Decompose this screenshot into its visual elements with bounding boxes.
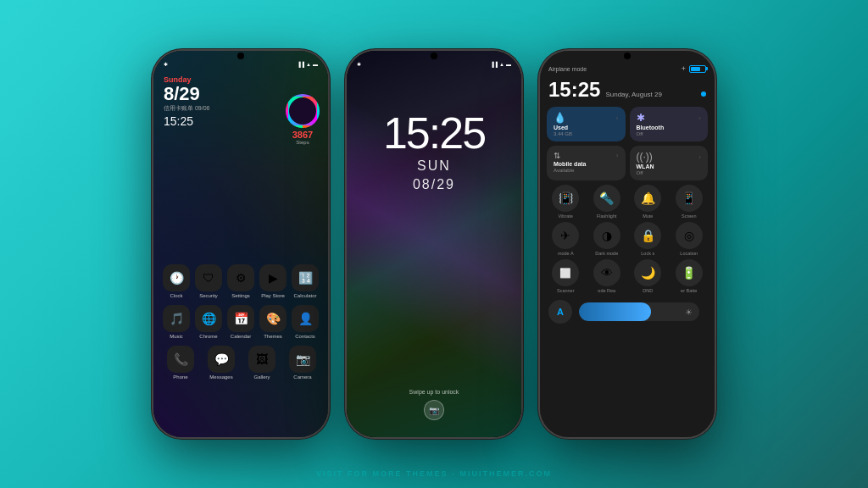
lock-time-display: 15:25 SUN 08/29 xyxy=(347,69,521,192)
screen-icon: 📱 xyxy=(676,185,703,212)
steps-circle xyxy=(286,94,320,128)
lock-day: SUN xyxy=(347,158,521,174)
ctrl-time-row: 15:25 Sunday, August 29 xyxy=(540,76,715,107)
calendar-label: Calendar xyxy=(231,334,251,339)
scanner-label: Scanner xyxy=(557,288,575,293)
ctrl-brightness-bar[interactable]: ☀ xyxy=(579,302,699,321)
ctrl-mute-btn[interactable]: 🔔 Mute xyxy=(629,185,667,219)
playstore-icon: ▶ xyxy=(259,264,287,291)
ctrl-tiles-grid: 💧 › Used 3.44 GB ✱ › Bluetooth Off xyxy=(540,107,715,180)
ctrl-auto-btn[interactable]: A xyxy=(548,300,572,324)
app-messages[interactable]: 💬 Messages xyxy=(208,346,235,380)
bluetooth-status: Off xyxy=(637,131,702,136)
lock-camera-button[interactable]: 📷 xyxy=(424,400,444,420)
mute-label: Mute xyxy=(643,214,653,219)
app-security[interactable]: 🛡 Security xyxy=(195,264,222,298)
bluetooth-icon: ✱ xyxy=(637,112,645,124)
ctrl-vibrate-btn[interactable]: 📳 Vibrate xyxy=(547,185,585,219)
status-icons: ▐▐ ▲ ▬ xyxy=(298,62,318,67)
mute-icon: 🔔 xyxy=(634,185,661,212)
app-clock[interactable]: 🕐 Clock xyxy=(163,264,190,298)
location-label: Location xyxy=(680,251,698,256)
airplane-label: mode A xyxy=(558,251,574,256)
vibrate-label: Vibrate xyxy=(559,214,573,219)
steps-number: 3867 xyxy=(286,130,320,140)
ctrl-screen-btn[interactable]: 📱 Screen xyxy=(670,185,709,219)
app-chrome[interactable]: 🌐 Chrome xyxy=(195,305,222,339)
ctrl-tile-mobile-data[interactable]: ⇅ › Mobile data Available xyxy=(547,146,626,180)
app-calculator[interactable]: 🔢 Calculator xyxy=(292,264,319,298)
ctrl-bottom-row: A ☀ xyxy=(540,297,715,327)
chrome-icon: 🌐 xyxy=(195,305,222,332)
lock-bluetooth-icon: ✱ xyxy=(357,61,361,67)
app-playstore[interactable]: ▶ Play Store xyxy=(259,264,287,298)
playstore-label: Play Store xyxy=(261,293,285,298)
ctrl-dnd-btn[interactable]: 🌙 DND xyxy=(629,259,667,293)
ctrl-tile-wlan[interactable]: ((·)) › WLAN Off xyxy=(630,146,709,180)
app-camera[interactable]: 📷 Camera xyxy=(289,346,316,380)
messages-icon: 💬 xyxy=(208,346,235,373)
mobile-data-title: Mobile data xyxy=(554,161,619,167)
ctrl-flashlight-btn[interactable]: 🔦 Flashlight xyxy=(588,185,626,219)
app-grid: 🕐 Clock 🛡 Security ⚙ Settings ▶ xyxy=(153,264,328,386)
app-phone[interactable]: 📞 Phone xyxy=(167,346,194,380)
lock-signal-icon: ▐▐ xyxy=(491,62,498,67)
ctrl-tile-bluetooth-top: ✱ › xyxy=(637,112,702,124)
calculator-label: Calculator xyxy=(293,293,316,298)
ctrl-tile-storage[interactable]: 💧 › Used 3.44 GB xyxy=(547,107,626,141)
app-contacts[interactable]: 👤 Contacts xyxy=(292,305,319,339)
ctrl-airplane-btn[interactable]: ✈ mode A xyxy=(547,222,585,256)
clock-label: Clock xyxy=(170,293,182,298)
ctrl-battery-indicator xyxy=(689,65,706,73)
ctrl-darkmode-btn[interactable]: ◑ Dark mode xyxy=(588,222,626,256)
ctrl-scanner-btn[interactable]: ⬜ Scanner xyxy=(547,259,585,293)
storage-arrow: › xyxy=(616,114,619,122)
app-row-2: 🎵 Music 🌐 Chrome 📅 Calendar 🎨 xyxy=(160,305,321,339)
battery-icon: ▬ xyxy=(313,62,318,67)
lockscreen-icon: 🔒 xyxy=(634,222,661,249)
swipe-hint-text: Swipe up to unlock xyxy=(409,389,459,395)
app-row-3: 📞 Phone 💬 Messages 🖼 Gallery 📷 xyxy=(160,346,321,380)
app-music[interactable]: 🎵 Music xyxy=(163,305,190,339)
ctrl-battery-btn[interactable]: 🔋 er Batte xyxy=(670,259,709,293)
reader-label: ode Rea xyxy=(598,288,615,293)
lock-bottom-controls: Swipe up to unlock 📷 xyxy=(347,389,521,420)
app-settings[interactable]: ⚙ Settings xyxy=(227,264,254,298)
control-center-bg: Airplane mode + 15:25 Sunday, August 29 xyxy=(540,51,715,437)
phone1: ✱ ▐▐ ▲ ▬ Sunday 8/29 信用卡账单 09/06 15:25 xyxy=(152,49,330,439)
calendar-icon: 📅 xyxy=(227,305,254,332)
ctrl-date: Sunday, August 29 xyxy=(605,91,662,98)
ctrl-time: 15:25 xyxy=(548,78,600,102)
signal-icon: ▐▐ xyxy=(298,62,305,67)
lockscreen-label: Lock s xyxy=(641,251,654,256)
ctrl-tile-bluetooth[interactable]: ✱ › Bluetooth Off xyxy=(630,107,709,141)
phone1-notch xyxy=(153,51,328,58)
ctrl-add-icon[interactable]: + xyxy=(682,64,686,73)
phone1-screen: ✱ ▐▐ ▲ ▬ Sunday 8/29 信用卡账单 09/06 15:25 xyxy=(153,51,328,437)
lock-status-icons: ▐▐ ▲ ▬ xyxy=(491,62,511,67)
app-calendar[interactable]: 📅 Calendar xyxy=(227,305,254,339)
messages-label: Messages xyxy=(209,374,232,380)
themes-icon: 🎨 xyxy=(259,305,287,332)
mobile-data-icon: ⇅ xyxy=(554,151,560,160)
camera-icon: 📷 xyxy=(289,346,316,373)
ctrl-header: Airplane mode + xyxy=(540,58,715,76)
screen-label: Screen xyxy=(682,214,696,219)
ctrl-reader-btn[interactable]: 👁 ode Rea xyxy=(588,259,626,293)
contacts-icon: 👤 xyxy=(292,305,319,332)
app-themes[interactable]: 🎨 Themes xyxy=(259,305,287,339)
ctrl-lockscreen-btn[interactable]: 🔒 Lock s xyxy=(629,222,667,256)
storage-value: 3.44 GB xyxy=(554,131,619,136)
lock-date: 08/29 xyxy=(347,177,521,192)
app-gallery[interactable]: 🖼 Gallery xyxy=(248,346,275,380)
ctrl-info-dot xyxy=(701,92,706,97)
ctrl-location-btn[interactable]: ◎ Location xyxy=(670,222,709,256)
ctrl-tile-mobile-top: ⇅ › xyxy=(554,151,619,160)
brightness-sun-icon: ☀ xyxy=(685,308,693,317)
phone-icon: 📞 xyxy=(167,346,194,373)
mobile-data-status: Available xyxy=(554,168,619,173)
phone2-wrapper: ✱ ▐▐ ▲ ▬ 15:25 SUN 08/29 Swipe up to unl… xyxy=(345,49,523,439)
wlan-arrow: › xyxy=(698,153,701,161)
home-widget: Sunday 8/29 信用卡账单 09/06 15:25 3867 Steps xyxy=(153,69,328,131)
flashlight-label: Flashlight xyxy=(597,214,617,219)
